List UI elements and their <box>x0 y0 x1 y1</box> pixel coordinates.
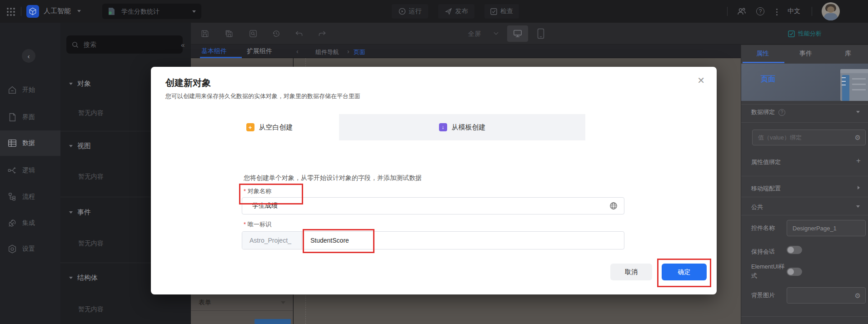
id-prefix: Astro_Project_ <box>242 232 302 249</box>
gear-icon[interactable]: ⚙ <box>855 134 861 141</box>
object-name-input[interactable] <box>251 202 609 210</box>
section-title: 事件 <box>77 208 91 217</box>
desktop-view-button[interactable] <box>507 25 528 42</box>
check-label: 检查 <box>500 7 513 15</box>
monitor-icon <box>513 30 522 38</box>
collapse-panel-icon[interactable]: « <box>181 41 185 49</box>
section-structs[interactable]: 结构体 <box>69 274 98 282</box>
divider <box>741 215 868 215</box>
bg-image-field[interactable]: ⚙ <box>787 287 866 304</box>
rail-item-interface[interactable]: 界面 <box>0 105 60 130</box>
rail-label: 集成 <box>22 219 35 227</box>
component-thumb[interactable] <box>254 319 291 324</box>
caret-down-icon <box>281 301 285 304</box>
download-square-icon: ↓ <box>439 123 447 131</box>
object-name-field[interactable] <box>242 197 624 214</box>
breadcrumb-current[interactable]: 页面 <box>354 48 365 56</box>
project-name: 学生分数统计 <box>121 8 160 16</box>
tab-properties[interactable]: 属性 <box>756 50 769 58</box>
empty-hint: 暂无内容 <box>78 173 104 181</box>
gear-hex-icon <box>7 244 17 254</box>
redo-icon[interactable] <box>318 29 327 38</box>
plus-square-icon: + <box>246 123 254 131</box>
publish-button[interactable]: 发布 <box>438 4 474 19</box>
check-button[interactable]: 检查 <box>484 4 519 19</box>
project-selector[interactable]: 学生分数统计 <box>102 4 201 19</box>
confirm-button[interactable]: 确定 <box>662 264 707 280</box>
apps-grid-icon[interactable] <box>6 7 15 16</box>
language-switch[interactable]: 中文 <box>788 7 800 15</box>
preview-icon[interactable] <box>249 29 258 38</box>
section-title: 对象 <box>77 80 91 88</box>
help-circle-icon[interactable]: ? <box>778 109 785 116</box>
chevron-down-icon <box>494 30 499 35</box>
search-input[interactable] <box>83 40 177 49</box>
value-binding-input[interactable] <box>757 134 855 141</box>
section-events[interactable]: 事件 <box>69 208 91 217</box>
unique-id-field[interactable]: Astro_Project_ <box>242 231 624 249</box>
more-menu-icon[interactable] <box>776 7 778 17</box>
rail-item-settings[interactable]: 设置 <box>0 236 60 262</box>
cancel-button[interactable]: 取消 <box>610 264 652 280</box>
undo-icon[interactable] <box>294 29 304 38</box>
app-logo-icon[interactable] <box>26 5 39 18</box>
add-attr-binding-icon[interactable]: + <box>856 156 861 165</box>
rail-item-start[interactable]: 开始 <box>0 77 60 103</box>
mobile-config-header[interactable]: 移动端配置 <box>751 184 781 193</box>
modal-title: 创建新对象 <box>165 77 211 89</box>
caret-down-icon <box>69 145 73 147</box>
collapse-sidebar-button[interactable]: ‹ <box>22 49 35 63</box>
rail-item-logic[interactable]: 逻辑 <box>0 158 60 183</box>
save-all-icon[interactable] <box>224 29 234 38</box>
tab-library[interactable]: 库 <box>845 50 851 58</box>
tab-create-from-template[interactable]: ↓ 从模板创建 <box>339 114 585 140</box>
unique-id-label: *唯一标识 <box>244 220 271 229</box>
tab-label: 从模板创建 <box>452 123 486 132</box>
value-binding-field[interactable]: ⚙ <box>752 130 866 145</box>
caret-down-icon <box>856 205 860 208</box>
panel-tab-row: 基本组件 扩展组件 ‹ 组件导航 › 页面 <box>191 45 741 58</box>
close-icon[interactable]: ✕ <box>697 76 705 85</box>
run-label: 运行 <box>409 7 422 15</box>
history-icon[interactable] <box>272 29 281 38</box>
avatar[interactable] <box>822 2 840 20</box>
search-box[interactable] <box>66 35 183 54</box>
chevron-left-icon[interactable]: ‹ <box>296 48 299 55</box>
mobile-view-button[interactable] <box>537 28 544 39</box>
app-name[interactable]: 人工智能 <box>44 7 71 15</box>
section-objects[interactable]: 对象 <box>69 80 91 88</box>
save-icon[interactable] <box>200 29 210 38</box>
breadcrumb-root[interactable]: 组件导航 <box>315 48 339 56</box>
screen-size-select[interactable]: 全屏 <box>468 30 481 38</box>
data-binding-header[interactable]: 数据绑定? <box>751 108 785 116</box>
tab-create-from-blank[interactable]: + 从空白创建 <box>200 114 339 140</box>
publish-label: 发布 <box>455 7 468 15</box>
unique-id-input[interactable] <box>302 236 624 244</box>
rail-item-data[interactable]: 数据 <box>0 130 60 156</box>
rail-item-integration[interactable]: 集成 <box>0 210 60 236</box>
run-button[interactable]: 运行 <box>392 4 428 19</box>
designer-app: 人工智能 学生分数统计 运行 发布 检查 <box>0 0 868 324</box>
keep-session-toggle[interactable] <box>787 246 802 254</box>
component-group-form[interactable]: 表单 <box>191 294 293 311</box>
elementui-style-toggle[interactable] <box>787 268 802 276</box>
tab-extended-components[interactable]: 扩展组件 <box>247 47 272 55</box>
users-icon[interactable] <box>737 7 746 16</box>
control-name-field[interactable] <box>787 220 866 236</box>
tab-events[interactable]: 事件 <box>799 50 812 58</box>
bg-image-input[interactable] <box>792 292 855 299</box>
performance-analysis[interactable]: 性能分析 <box>788 30 822 38</box>
section-views[interactable]: 视图 <box>69 142 91 150</box>
gear-icon[interactable]: ⚙ <box>855 292 861 299</box>
properties-panel: 属性 事件 库 页面 数据绑定? ⚙ 属性值绑定 + 移动端配置 <box>741 45 868 324</box>
control-name-input[interactable] <box>792 224 861 232</box>
tab-basic-components[interactable]: 基本组件 <box>201 47 227 55</box>
common-section-header[interactable]: 公共 <box>751 203 763 211</box>
globe-icon[interactable] <box>609 202 618 210</box>
tab-label: 从空白创建 <box>259 123 293 132</box>
section-title: 视图 <box>77 142 91 150</box>
rail-label: 流程 <box>22 193 35 201</box>
help-icon[interactable]: ? <box>756 7 764 15</box>
rail-item-flow[interactable]: 流程 <box>0 184 60 209</box>
flow-tree-icon <box>7 192 17 202</box>
